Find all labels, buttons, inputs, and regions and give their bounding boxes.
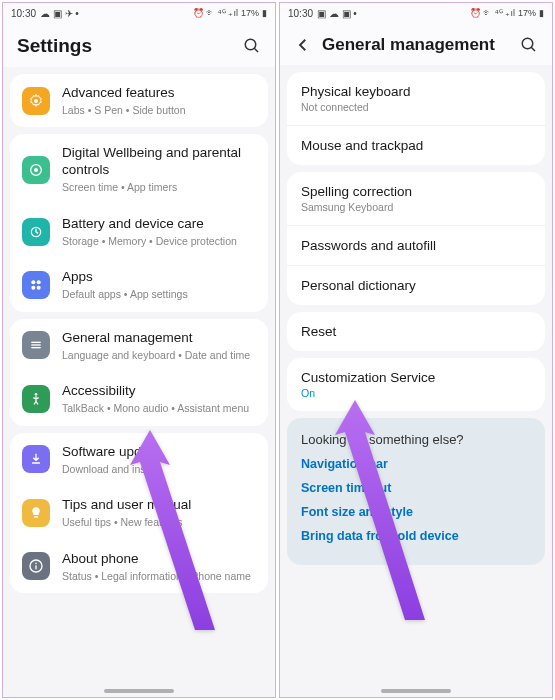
wellbeing-icon: [22, 156, 50, 184]
suggestions-heading: Looking for something else?: [301, 432, 531, 447]
item-title: Customization Service: [301, 370, 531, 385]
svg-line-19: [531, 47, 535, 51]
svg-line-1: [254, 48, 258, 52]
item-general-management[interactable]: General management Language and keyboard…: [10, 319, 268, 372]
battery-icon: ▮: [262, 8, 267, 18]
settings-list[interactable]: Advanced features Labs • S Pen • Side bu…: [3, 67, 275, 697]
item-subtitle: Download and install: [62, 463, 256, 476]
search-icon[interactable]: [520, 36, 538, 54]
suggestions-box: Looking for something else? Navigation b…: [287, 418, 545, 565]
accessibility-icon: [22, 385, 50, 413]
item-subtitle: Not connected: [301, 101, 531, 113]
item-software-update[interactable]: Software update Download and install: [10, 433, 268, 486]
item-apps[interactable]: Apps Default apps • App settings: [10, 258, 268, 311]
status-time: 10:30: [11, 8, 36, 19]
item-title: Advanced features: [62, 85, 256, 102]
update-icon: [22, 445, 50, 473]
svg-point-7: [37, 280, 41, 284]
svg-point-4: [34, 168, 38, 172]
item-title: Physical keyboard: [301, 84, 531, 99]
home-indicator[interactable]: [381, 689, 451, 693]
page-title: General management: [322, 35, 510, 55]
item-subtitle: TalkBack • Mono audio • Assistant menu: [62, 402, 256, 415]
item-spelling-correction[interactable]: Spelling correction Samsung Keyboard: [287, 172, 545, 225]
item-title: Accessibility: [62, 383, 256, 400]
item-advanced-features[interactable]: Advanced features Labs • S Pen • Side bu…: [10, 74, 268, 127]
management-icon: [22, 331, 50, 359]
item-accessibility[interactable]: Accessibility TalkBack • Mono audio • As…: [10, 372, 268, 425]
item-subtitle: Status • Legal information • Phone name: [62, 570, 256, 583]
status-icons-right: ⏰ ᯤ ⁴ᴳ ₊ıl: [470, 8, 515, 18]
item-title: Mouse and trackpad: [301, 138, 531, 153]
suggestion-link[interactable]: Font size and style: [301, 505, 531, 519]
page-title: Settings: [17, 35, 233, 57]
search-icon[interactable]: [243, 37, 261, 55]
gear-icon: [22, 87, 50, 115]
item-physical-keyboard[interactable]: Physical keyboard Not connected: [287, 72, 545, 125]
header: General management: [280, 23, 552, 65]
item-passwords-autofill[interactable]: Passwords and autofill: [287, 225, 545, 265]
item-customization-service[interactable]: Customization Service On: [287, 358, 545, 411]
settings-screen: 10:30 ☁ ▣ ✈ • ⏰ ᯤ ⁴ᴳ ₊ıl 17% ▮ Settings …: [2, 2, 276, 698]
item-title: About phone: [62, 551, 256, 568]
item-subtitle: On: [301, 387, 531, 399]
item-title: Software update: [62, 444, 256, 461]
svg-rect-11: [31, 345, 40, 346]
apps-icon: [22, 271, 50, 299]
svg-point-13: [35, 393, 38, 396]
svg-point-16: [35, 563, 37, 565]
item-title: Passwords and autofill: [301, 238, 531, 253]
svg-rect-17: [35, 566, 36, 570]
suggestion-link[interactable]: Bring data from old device: [301, 529, 531, 543]
item-subtitle: Screen time • App timers: [62, 181, 256, 194]
svg-rect-12: [31, 347, 40, 348]
item-about-phone[interactable]: About phone Status • Legal information •…: [10, 540, 268, 593]
status-bar: 10:30 ☁ ▣ ✈ • ⏰ ᯤ ⁴ᴳ ₊ıl 17% ▮: [3, 3, 275, 23]
suggestion-link[interactable]: Navigation bar: [301, 457, 531, 471]
info-icon: [22, 552, 50, 580]
battery-care-icon: [22, 218, 50, 246]
status-bar: 10:30 ▣ ☁ ▣ • ⏰ ᯤ ⁴ᴳ ₊ıl 17% ▮: [280, 3, 552, 23]
general-management-list[interactable]: Physical keyboard Not connected Mouse an…: [280, 65, 552, 697]
item-title: Reset: [301, 324, 531, 339]
lightbulb-icon: [22, 499, 50, 527]
item-subtitle: Samsung Keyboard: [301, 201, 531, 213]
item-title: Battery and device care: [62, 216, 256, 233]
item-reset[interactable]: Reset: [287, 312, 545, 351]
status-icons-left: ▣ ☁ ▣ •: [317, 8, 357, 19]
battery-icon: ▮: [539, 8, 544, 18]
item-subtitle: Language and keyboard • Date and time: [62, 349, 256, 362]
item-title: Personal dictionary: [301, 278, 531, 293]
svg-rect-10: [31, 342, 40, 343]
svg-point-0: [245, 39, 256, 50]
status-icons-left: ☁ ▣ ✈ •: [40, 8, 79, 19]
item-title: Digital Wellbeing and parental controls: [62, 145, 256, 179]
item-mouse-trackpad[interactable]: Mouse and trackpad: [287, 125, 545, 165]
item-battery-care[interactable]: Battery and device care Storage • Memory…: [10, 205, 268, 258]
svg-point-6: [31, 280, 35, 284]
svg-rect-14: [34, 516, 38, 517]
status-time: 10:30: [288, 8, 313, 19]
item-digital-wellbeing[interactable]: Digital Wellbeing and parental controls …: [10, 134, 268, 204]
item-title: General management: [62, 330, 256, 347]
home-indicator[interactable]: [104, 689, 174, 693]
status-icons-right: ⏰ ᯤ ⁴ᴳ ₊ıl: [193, 8, 238, 18]
header: Settings: [3, 23, 275, 67]
item-title: Spelling correction: [301, 184, 531, 199]
back-icon[interactable]: [294, 36, 312, 54]
item-tips[interactable]: Tips and user manual Useful tips • New f…: [10, 486, 268, 539]
item-subtitle: Labs • S Pen • Side button: [62, 104, 256, 117]
general-management-screen: 10:30 ▣ ☁ ▣ • ⏰ ᯤ ⁴ᴳ ₊ıl 17% ▮ General m…: [279, 2, 553, 698]
svg-point-18: [522, 38, 533, 49]
item-subtitle: Useful tips • New features: [62, 516, 256, 529]
item-subtitle: Storage • Memory • Device protection: [62, 235, 256, 248]
status-battery: 17%: [241, 8, 259, 18]
item-title: Tips and user manual: [62, 497, 256, 514]
item-personal-dictionary[interactable]: Personal dictionary: [287, 265, 545, 305]
svg-point-2: [34, 99, 38, 103]
svg-point-8: [31, 286, 35, 290]
item-title: Apps: [62, 269, 256, 286]
suggestion-link[interactable]: Screen timeout: [301, 481, 531, 495]
status-battery: 17%: [518, 8, 536, 18]
svg-point-9: [37, 286, 41, 290]
